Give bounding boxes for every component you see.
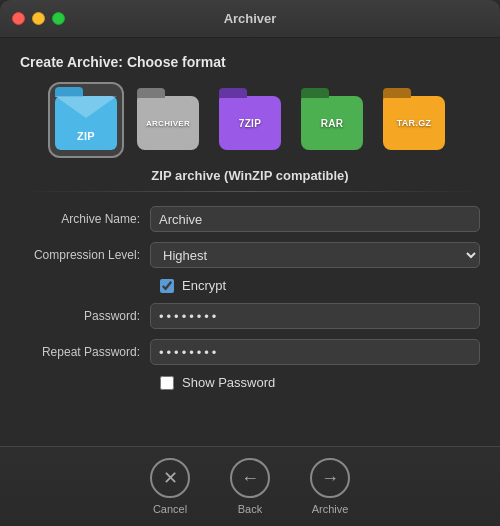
show-password-row: Show Password <box>20 375 480 390</box>
format-rar[interactable]: RAR <box>296 84 368 156</box>
show-password-checkbox[interactable] <box>160 376 174 390</box>
cancel-icon: ✕ <box>150 458 190 498</box>
password-row: Password: <box>20 303 480 329</box>
title-bar: Archiver <box>0 0 500 38</box>
targz-label: TAR.GZ <box>397 118 432 128</box>
main-content: Create Archive: Choose format ZIP ARCHIV… <box>0 38 500 414</box>
format-row: ZIP ARCHIVER 7ZIP RAR TAR.GZ <box>20 84 480 156</box>
cancel-label: Cancel <box>153 503 187 515</box>
maximize-button[interactable] <box>52 12 65 25</box>
encrypt-row: Encrypt <box>20 278 480 293</box>
rar-label: RAR <box>321 118 344 129</box>
format-7zip[interactable]: 7ZIP <box>214 84 286 156</box>
archive-label: Archive <box>312 503 349 515</box>
archiver-label: ARCHIVER <box>146 119 190 128</box>
show-password-label[interactable]: Show Password <box>182 375 275 390</box>
compression-select[interactable]: Highest High Normal Low Lowest <box>150 242 480 268</box>
back-button[interactable]: ← Back <box>230 458 270 515</box>
window-title: Archiver <box>224 11 277 26</box>
section-header: Create Archive: Choose format <box>20 54 480 70</box>
format-archiver[interactable]: ARCHIVER <box>132 84 204 156</box>
header-subtitle: Choose format <box>127 54 226 70</box>
archive-name-input[interactable] <box>150 206 480 232</box>
divider <box>20 191 480 192</box>
encrypt-label[interactable]: Encrypt <box>182 278 226 293</box>
zip-label: ZIP <box>77 130 95 142</box>
compression-label: Compression Level: <box>20 248 150 262</box>
compression-row: Compression Level: Highest High Normal L… <box>20 242 480 268</box>
back-label: Back <box>238 503 262 515</box>
encrypt-checkbox[interactable] <box>160 279 174 293</box>
archive-name-row: Archive Name: <box>20 206 480 232</box>
back-icon: ← <box>230 458 270 498</box>
format-targz[interactable]: TAR.GZ <box>378 84 450 156</box>
archive-name-label: Archive Name: <box>20 212 150 226</box>
repeat-password-row: Repeat Password: <box>20 339 480 365</box>
header-label: Create Archive: <box>20 54 123 70</box>
minimize-button[interactable] <box>32 12 45 25</box>
format-description: ZIP archive (WinZIP compatible) <box>20 168 480 183</box>
password-label: Password: <box>20 309 150 323</box>
7zip-label: 7ZIP <box>239 118 261 129</box>
close-button[interactable] <box>12 12 25 25</box>
traffic-lights[interactable] <box>12 12 65 25</box>
format-zip[interactable]: ZIP <box>50 84 122 156</box>
password-input[interactable] <box>150 303 480 329</box>
bottom-bar: ✕ Cancel ← Back → Archive <box>0 446 500 526</box>
archive-icon: → <box>310 458 350 498</box>
cancel-button[interactable]: ✕ Cancel <box>150 458 190 515</box>
repeat-password-input[interactable] <box>150 339 480 365</box>
repeat-password-label: Repeat Password: <box>20 345 150 359</box>
archive-button[interactable]: → Archive <box>310 458 350 515</box>
